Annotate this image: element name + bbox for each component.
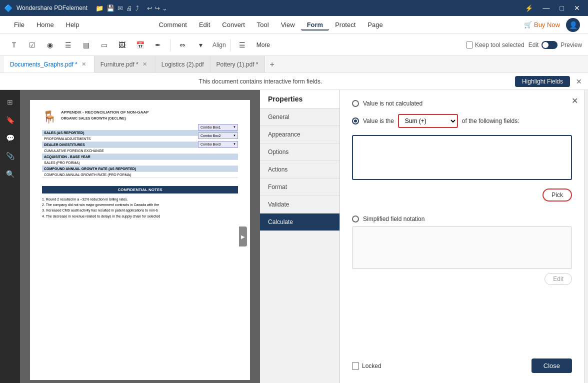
tab-label: Pottery (1).pdf * — [216, 61, 258, 68]
titlebar-icon-extra[interactable]: ⚡ — [525, 4, 533, 12]
combo-box-3[interactable]: Combo Box3 — [198, 141, 238, 148]
menu-file[interactable]: File — [8, 19, 30, 30]
prop-nav-appearance[interactable]: Appearance — [260, 126, 340, 144]
sidebar-attachment-icon[interactable]: 📎 — [2, 148, 18, 164]
prop-nav-format[interactable]: Format — [260, 178, 340, 196]
hamburger-icon[interactable]: ☰ — [234, 37, 250, 53]
tab-label: Furniture.pdf * — [100, 61, 138, 68]
right-scrollbar[interactable] — [584, 90, 588, 383]
menu-page[interactable]: Page — [362, 19, 388, 30]
text-field-tool[interactable]: T — [6, 37, 22, 53]
more-history-icon[interactable]: ⌄ — [162, 4, 168, 12]
tab-furniture[interactable]: Furniture.pdf * ✕ — [94, 56, 156, 72]
sidebar-bookmark-icon[interactable]: 🔖 — [2, 112, 18, 128]
locked-row: Locked — [352, 362, 382, 370]
dropdown-tool[interactable]: ▤ — [78, 37, 94, 53]
edit-button[interactable]: Edit — [544, 273, 572, 285]
combo-box-1[interactable]: Combo Box1 — [198, 124, 238, 130]
tab-logistics[interactable]: Logistics (2).pdf — [156, 56, 210, 72]
menu-edit[interactable]: Edit — [193, 19, 216, 30]
image-tool[interactable]: 🖼 — [114, 37, 130, 53]
maximize-button[interactable]: □ — [556, 2, 568, 14]
expand-panel-arrow[interactable]: ▶ — [239, 226, 247, 246]
align-dropdown[interactable]: ▾ — [192, 37, 208, 53]
menu-comment[interactable]: Comment — [153, 19, 193, 30]
fields-textarea[interactable] — [352, 135, 572, 180]
chair-icon: 🪑 — [42, 110, 57, 124]
dialog-close-button[interactable]: ✕ — [572, 96, 578, 106]
locked-label: Locked — [362, 362, 382, 370]
simplified-textarea[interactable] — [352, 226, 572, 269]
menu-home[interactable]: Home — [30, 19, 60, 30]
tab-close-documents[interactable]: ✕ — [80, 60, 88, 68]
keep-tool-checkbox-label: Keep tool selected — [466, 42, 524, 48]
close-button[interactable]: ✕ — [570, 2, 584, 14]
left-sidebar: ⊞ 🔖 💬 📎 🔍 — [0, 90, 20, 383]
prop-nav-validate[interactable]: Validate — [260, 196, 340, 214]
properties-panel: Properties General Appearance Options Ac… — [260, 90, 340, 383]
sidebar-search-icon[interactable]: 🔍 — [2, 166, 18, 182]
app-title: Wondershare PDFelement — [16, 4, 88, 12]
menu-tool[interactable]: Tool — [251, 19, 275, 30]
tab-documents-graphs[interactable]: Documents_Graphs.pdf * ✕ — [4, 56, 94, 72]
confidential-header: CONFIDENTIAL NOTES — [42, 186, 238, 194]
value-is-suffix: of the following fields: — [462, 118, 520, 124]
share-icon[interactable]: ⤴ — [136, 4, 139, 12]
prop-nav-actions[interactable]: Actions — [260, 161, 340, 178]
keep-tool-checkbox[interactable] — [466, 42, 473, 48]
locked-checkbox[interactable] — [352, 362, 359, 370]
calc-option-1-label: Value is not calculated — [363, 100, 422, 107]
tab-close-furniture[interactable]: ✕ — [140, 60, 149, 68]
mail-icon[interactable]: ✉ — [118, 4, 123, 12]
notification-close[interactable]: ✕ — [576, 78, 582, 86]
menu-help[interactable]: Help — [60, 19, 86, 30]
simplified-label: Simplified field notation — [363, 216, 424, 222]
menu-view[interactable]: View — [275, 19, 301, 30]
close-dialog-button[interactable]: Close — [532, 358, 572, 373]
main-layout: ⊞ 🔖 💬 📎 🔍 🪑 APPENDIX - RECONCILIATION OF… — [0, 90, 588, 383]
radio-value-is[interactable] — [352, 118, 359, 124]
checkbox-tool[interactable]: ☑ — [24, 37, 40, 53]
table-row: CUMULATIVE FOREIGN EXCHANGE — [42, 148, 238, 154]
date-tool[interactable]: 📅 — [132, 37, 148, 53]
radio-simplified[interactable] — [352, 216, 359, 222]
prop-nav-options[interactable]: Options — [260, 144, 340, 161]
properties-title: Properties — [260, 90, 340, 108]
sum-dropdown[interactable]: Sum (+) Product (x) Average Minimum Maxi… — [398, 114, 458, 128]
undo-icon[interactable]: ↩ — [147, 4, 152, 12]
menubar: File Home Help Comment Edit Convert Tool… — [0, 16, 588, 34]
save-icon[interactable]: 💾 — [106, 4, 114, 12]
redo-icon[interactable]: ↪ — [154, 4, 160, 12]
print-icon[interactable]: 🖨 — [126, 4, 132, 12]
table-row: SALES (PRO FORMA) — [42, 160, 238, 166]
sidebar-comment-icon[interactable]: 💬 — [2, 130, 18, 146]
edit-preview-switch[interactable] — [542, 41, 558, 49]
radio-not-calculated[interactable] — [352, 100, 359, 107]
button-tool[interactable]: ▭ — [96, 37, 112, 53]
menu-protect[interactable]: Protect — [329, 19, 362, 30]
notification-text: This document contains interactive form … — [199, 78, 322, 85]
toolbar: T ☑ ◉ ☰ ▤ ▭ 🖼 📅 ✒ ⇔ ▾ Align ☰ More Keep … — [0, 34, 588, 56]
menu-form[interactable]: Form — [301, 19, 330, 30]
sidebar-pages-icon[interactable]: ⊞ — [2, 94, 18, 110]
radio-tool[interactable]: ◉ — [42, 37, 58, 53]
list-tool[interactable]: ☰ — [60, 37, 76, 53]
signature-tool[interactable]: ✒ — [150, 37, 166, 53]
prop-nav-calculate[interactable]: Calculate — [260, 214, 340, 231]
prop-nav-general[interactable]: General — [260, 108, 340, 126]
folder-icon[interactable]: 📁 — [96, 4, 104, 12]
align-tool[interactable]: ⇔ — [174, 37, 190, 53]
highlight-fields-button[interactable]: Highlight Fields — [515, 76, 570, 87]
tab-pottery[interactable]: Pottery (1).pdf * — [210, 56, 265, 72]
user-avatar[interactable]: 👤 — [566, 18, 580, 32]
add-tab-button[interactable]: + — [265, 56, 280, 72]
align-label[interactable]: Align — [212, 42, 226, 48]
combo-box-2[interactable]: Combo Box2 — [198, 132, 238, 139]
buy-now-button[interactable]: 🛒 Buy Now — [524, 21, 560, 28]
calc-option-2-row: Value is the Sum (+) Product (x) Average… — [352, 114, 572, 128]
tab-label: Logistics (2).pdf — [162, 61, 204, 68]
more-button[interactable]: More — [252, 40, 274, 50]
minimize-button[interactable]: — — [539, 2, 554, 14]
menu-convert[interactable]: Convert — [216, 19, 251, 30]
pick-button[interactable]: Pick — [542, 188, 572, 202]
